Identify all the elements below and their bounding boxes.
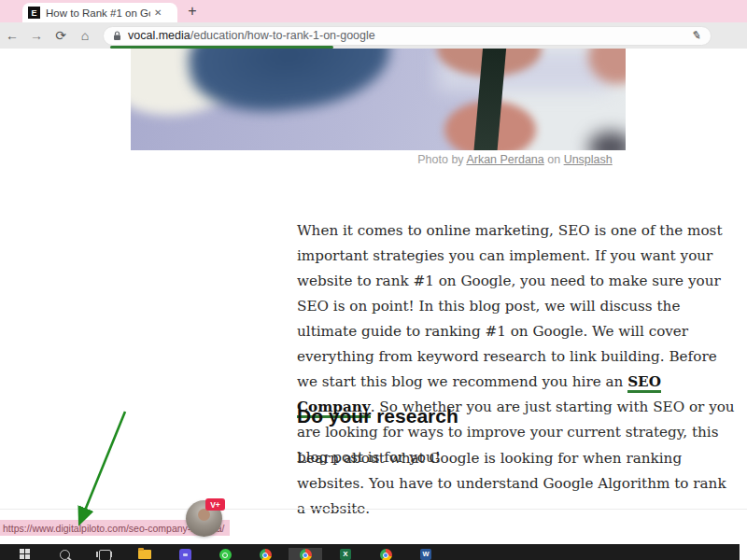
intro-paragraph: When it comes to online marketing, SEO i… (297, 218, 736, 470)
home-icon[interactable]: ⌂ (73, 28, 97, 43)
tab-strip: E How to Rank #1 on Google | Edu ✕ + (0, 0, 747, 22)
back-icon[interactable]: ← (0, 28, 24, 43)
chrome-taskbar-icon[interactable] (289, 548, 322, 560)
url-green-underline-annotation (110, 46, 333, 49)
section-heading: Do your research (297, 405, 458, 427)
chrome-taskbar-icon[interactable] (248, 548, 282, 560)
purple-app-taskbar-icon[interactable] (168, 548, 202, 560)
url-text: vocal.media/education/how-to-rank-1-on-g… (128, 29, 375, 42)
lock-icon (113, 31, 121, 41)
url-path: /education/how-to-rank-1-on-google (190, 29, 375, 42)
photo-credit: Photo by Arkan Perdana on Unsplash (297, 153, 733, 166)
floating-video-widget[interactable]: V+ (186, 500, 222, 537)
search-taskbar-icon[interactable] (48, 548, 81, 560)
taskbar (0, 544, 740, 560)
tab-title: How to Rank #1 on Google | Edu (46, 7, 150, 19)
taskbar-icons (7, 548, 449, 560)
whatsapp-taskbar-icon[interactable] (208, 548, 242, 560)
page-content: Photo by Arkan Perdana on Unsplash When … (0, 49, 747, 544)
browser-tab[interactable]: E How to Rank #1 on Google | Edu ✕ (22, 3, 177, 22)
browser-toolbar: ← → ⟳ ⌂ vocal.media/education/how-to-ran… (0, 22, 747, 49)
reload-icon[interactable]: ⟳ (49, 28, 73, 43)
hero-image (131, 49, 626, 150)
excel-taskbar-icon[interactable] (329, 548, 362, 560)
close-tab-icon[interactable]: ✕ (154, 7, 162, 18)
word-taskbar-icon[interactable] (409, 548, 443, 560)
site-favicon-icon: E (28, 7, 40, 19)
pen-cursor-icon: ✎ (691, 28, 702, 43)
new-tab-button[interactable]: + (183, 2, 202, 21)
file-explorer-taskbar-icon[interactable] (128, 548, 162, 560)
url-domain: vocal.media (128, 29, 190, 42)
footer-divider (0, 509, 747, 510)
task-view-taskbar-icon[interactable] (88, 548, 121, 560)
video-badge: V+ (205, 498, 225, 511)
start-taskbar-icon[interactable] (7, 548, 41, 560)
chrome-taskbar-icon[interactable] (369, 548, 402, 560)
address-bar[interactable]: vocal.media/education/how-to-rank-1-on-g… (103, 26, 712, 46)
photo-author-link[interactable]: Arkan Perdana (466, 153, 543, 166)
forward-icon[interactable]: → (24, 28, 49, 43)
unsplash-link[interactable]: Unsplash (564, 153, 613, 166)
research-paragraph: Learn about what Google is looking for w… (297, 446, 736, 522)
